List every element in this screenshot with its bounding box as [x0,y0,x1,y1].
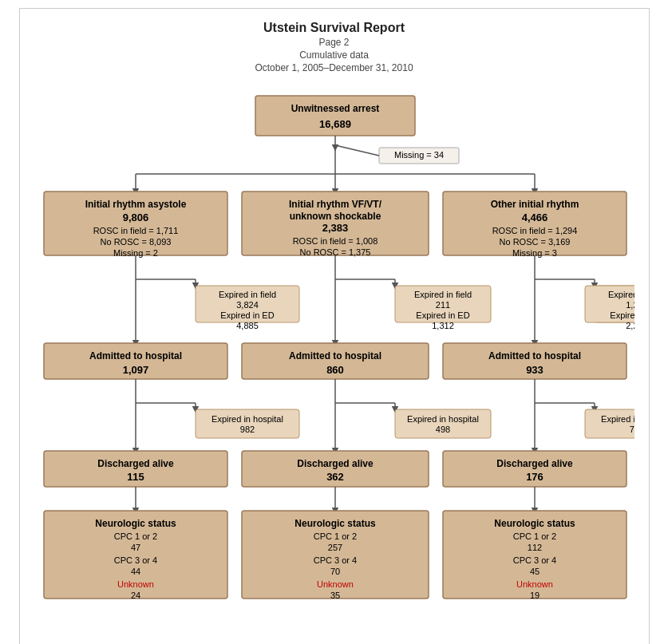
svg-text:860: 860 [326,364,344,376]
svg-text:CPC 3 or 4: CPC 3 or 4 [512,555,555,565]
svg-text:ROSC in field = 1,294: ROSC in field = 1,294 [492,226,577,235]
svg-text:Unknown: Unknown [117,579,154,589]
svg-text:Expired in field: Expired in field [607,290,634,299]
svg-text:362: 362 [326,471,344,483]
svg-text:Neurologic status: Neurologic status [494,518,575,529]
svg-text:Expired in field: Expired in field [218,290,275,299]
svg-text:Expired in field: Expired in field [413,290,471,299]
title-section: Utstein Survival Report Page 2 Cumulativ… [36,21,633,73]
svg-text:CPC 1 or 2: CPC 1 or 2 [313,531,356,541]
svg-text:Discharged alive: Discharged alive [496,458,573,469]
svg-text:498: 498 [435,425,449,434]
svg-text:Admitted to hospital: Admitted to hospital [289,350,381,362]
svg-text:Discharged alive: Discharged alive [297,458,374,469]
subtitle1: Page 2 [36,37,633,48]
svg-text:112: 112 [527,543,541,552]
svg-text:Expired in ED: Expired in ED [220,310,274,320]
svg-text:35: 35 [330,591,339,600]
svg-text:Unknown: Unknown [317,579,354,589]
svg-text:Expired in ED: Expired in ED [416,310,469,320]
page: Utstein Survival Report Page 2 Cumulativ… [19,8,650,644]
svg-text:CPC 3 or 4: CPC 3 or 4 [313,555,356,565]
svg-text:4,466: 4,466 [521,211,547,223]
svg-text:24: 24 [130,591,140,600]
svg-text:19: 19 [529,591,539,600]
svg-text:ROSC in field = 1,711: ROSC in field = 1,711 [93,226,178,235]
svg-text:757: 757 [629,425,634,434]
svg-text:1,097: 1,097 [122,364,148,376]
svg-text:Admitted to hospital: Admitted to hospital [89,350,182,362]
top-value: 16,689 [319,118,351,130]
svg-text:933: 933 [526,364,543,376]
page-title: Utstein Survival Report [36,21,633,35]
svg-text:CPC 1 or 2: CPC 1 or 2 [512,531,555,541]
svg-text:ROSC in field = 1,008: ROSC in field = 1,008 [292,236,377,246]
svg-text:Initial rhythm asystole: Initial rhythm asystole [85,199,186,210]
svg-text:Other initial rhythm: Other initial rhythm [490,199,579,210]
svg-text:Discharged alive: Discharged alive [97,458,174,469]
missing-label: Missing = 34 [393,150,443,160]
svg-text:44: 44 [130,567,140,576]
svg-text:982: 982 [239,425,254,434]
svg-text:47: 47 [130,543,140,552]
svg-text:No ROSC = 8,093: No ROSC = 8,093 [100,237,171,247]
svg-text:Neurologic status: Neurologic status [294,518,376,529]
svg-text:Admitted to hospital: Admitted to hospital [488,350,581,362]
svg-text:Expired in ED: Expired in ED [610,310,634,320]
svg-text:45: 45 [529,567,539,576]
svg-text:CPC 3 or 4: CPC 3 or 4 [113,555,156,565]
svg-text:1,244: 1,244 [626,300,634,310]
svg-text:CPC 1 or 2: CPC 1 or 2 [113,531,156,541]
subtitle2: Cumulative data [36,49,633,61]
svg-text:Unknown: Unknown [516,579,553,589]
svg-text:257: 257 [327,543,342,552]
svg-text:2,383: 2,383 [322,222,348,234]
svg-text:176: 176 [526,471,543,483]
svg-text:2,289: 2,289 [626,321,634,330]
flowchart: Unwitnessed arrest 16,689 Missing = 34 I… [36,88,634,644]
svg-text:No ROSC = 3,169: No ROSC = 3,169 [499,237,570,247]
top-label: Unwitnessed arrest [291,103,379,114]
svg-text:Expired in hospital: Expired in hospital [601,414,634,424]
svg-text:Expired in hospital: Expired in hospital [211,414,283,424]
svg-text:70: 70 [330,567,339,576]
svg-text:Initial rhythm VF/VT/: Initial rhythm VF/VT/ [288,199,381,210]
svg-text:4,885: 4,885 [236,321,259,330]
svg-text:Neurologic status: Neurologic status [95,518,176,529]
svg-text:115: 115 [127,471,144,483]
svg-text:1,312: 1,312 [432,321,454,330]
subtitle3: October 1, 2005–December 31, 2010 [36,62,633,73]
svg-text:Expired in hospital: Expired in hospital [407,414,479,424]
svg-text:9,806: 9,806 [122,211,148,223]
svg-text:3,824: 3,824 [236,300,259,310]
svg-text:unknown shockable: unknown shockable [289,211,381,222]
svg-line-3 [335,145,379,156]
svg-text:211: 211 [435,300,449,310]
